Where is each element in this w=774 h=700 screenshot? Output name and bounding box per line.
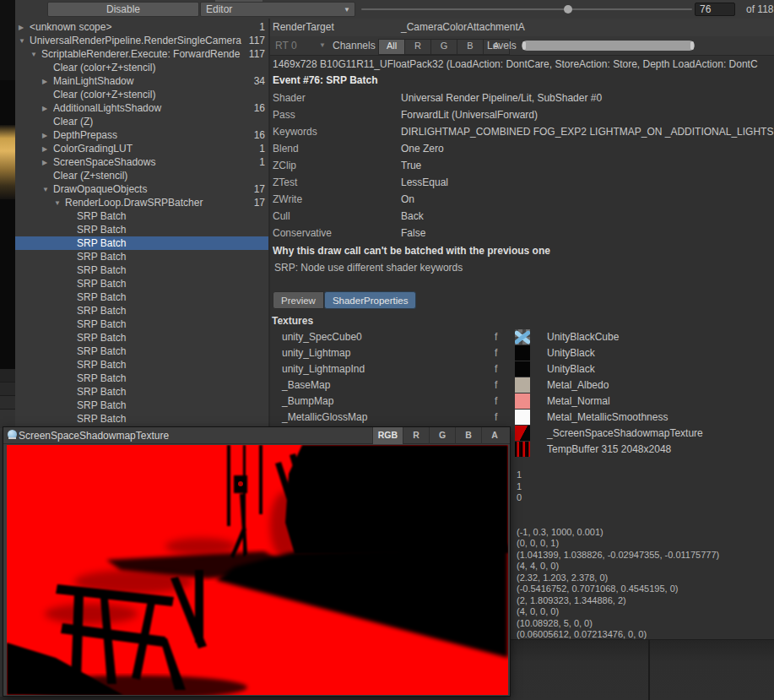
channel-all-button[interactable]: All xyxy=(379,40,405,54)
texture-property-name: _BumpMap xyxy=(282,395,333,407)
tree-row[interactable]: SRP Batch xyxy=(15,345,268,358)
texture-row[interactable]: _MetallicGlossMapfMetal_MetallicSmoothne… xyxy=(270,410,774,426)
tree-row-label: DepthPrepass xyxy=(53,129,254,141)
texture-thumbnail xyxy=(515,377,530,393)
tree-row[interactable]: ▼ScriptableRenderer.Execute: ForwardRend… xyxy=(15,47,268,61)
tree-row[interactable]: ▶<unknown scope>1 xyxy=(15,20,268,34)
tree-row-label: ScriptableRenderer.Execute: ForwardRende xyxy=(41,48,249,60)
tree-row[interactable]: SRP Batch xyxy=(15,399,268,412)
tree-row-label: DrawOpaqueObjects xyxy=(53,183,254,195)
tree-row[interactable]: SRP Batch xyxy=(15,290,268,304)
levels-max-handle[interactable] xyxy=(690,41,694,50)
tree-row-label: SRP Batch xyxy=(77,264,265,276)
property-value-line: 1 xyxy=(517,481,719,493)
texture-stage-flag: f xyxy=(495,331,497,343)
foldout-closed-icon[interactable]: ▶ xyxy=(42,145,53,153)
texture-property-name: _MetallicGlossMap xyxy=(282,411,367,423)
tree-row[interactable]: SRP Batch xyxy=(15,209,268,223)
target-select-dropdown[interactable]: Editor ▼ xyxy=(200,2,355,17)
foldout-open-icon[interactable]: ▼ xyxy=(19,37,30,45)
tree-row[interactable]: ▶DepthPrepass16 xyxy=(15,128,268,142)
tree-row[interactable]: SRP Batch xyxy=(15,250,268,263)
tree-row-label: SRP Batch xyxy=(77,278,265,290)
tree-row[interactable]: SRP Batch xyxy=(15,331,268,345)
detail-tabs: Preview ShaderProperties xyxy=(273,291,416,309)
shader-state-value: Universal Render Pipeline/Lit, SubShader… xyxy=(401,92,774,104)
texture-asset-name: UnityBlackCube xyxy=(547,331,619,343)
foldout-closed-icon[interactable]: ▶ xyxy=(42,159,53,166)
tree-row[interactable]: SRP Batch xyxy=(15,372,268,385)
foldout-closed-icon[interactable]: ▶ xyxy=(42,78,53,85)
tree-row[interactable]: ▶ColorGradingLUT1 xyxy=(15,142,268,155)
tree-row[interactable]: SRP Batch xyxy=(15,236,268,250)
property-value-line: (-1, 0.3, 1000, 0.001) xyxy=(517,527,719,539)
render-target-value: _CameraColorAttachmentA xyxy=(401,21,525,33)
tree-row[interactable]: SRP Batch xyxy=(15,358,268,372)
channel-g-button[interactable]: G xyxy=(431,40,457,54)
texture-row[interactable]: unity_SpecCube0fUnityBlackCube xyxy=(270,329,774,345)
disable-button[interactable]: Disable xyxy=(47,2,199,17)
tree-row[interactable]: Clear (color+Z+stencil) xyxy=(15,88,268,101)
shader-state-value: One Zero xyxy=(401,143,774,155)
foldout-open-icon[interactable]: ▼ xyxy=(54,199,65,207)
tab-preview[interactable]: Preview xyxy=(273,291,324,309)
texture-row[interactable]: _BumpMapfMetal_Normal xyxy=(270,393,774,410)
levels-range-slider[interactable] xyxy=(522,41,695,51)
foldout-open-icon[interactable]: ▼ xyxy=(30,51,41,58)
tree-row[interactable]: ▶AdditionalLightsShadow16 xyxy=(15,101,268,115)
event-slider[interactable] xyxy=(361,8,692,10)
tree-row[interactable]: SRP Batch xyxy=(15,412,268,426)
shadowmap-render xyxy=(7,445,508,695)
shadowmap-texture-image xyxy=(7,445,508,695)
tree-row[interactable]: SRP Batch xyxy=(15,385,268,399)
tab-shader-properties[interactable]: ShaderProperties xyxy=(324,291,417,309)
tree-row[interactable]: ▼DrawOpaqueObjects17 xyxy=(15,182,268,196)
levels-label: Levels xyxy=(487,40,517,52)
channel-r-button[interactable]: R xyxy=(405,40,431,54)
textures-heading: Textures xyxy=(272,315,313,327)
foldout-closed-icon[interactable]: ▶ xyxy=(42,105,53,112)
render-target-options-row: RT 0 ▼ Channels AllRGBA Levels xyxy=(270,36,774,56)
target-select-label: Editor xyxy=(206,3,232,15)
foldout-open-icon[interactable]: ▼ xyxy=(42,186,53,193)
preview-channel-rgb-button[interactable]: RGB xyxy=(372,427,403,444)
event-slider-handle[interactable] xyxy=(564,5,572,14)
shader-state-label: Blend xyxy=(273,143,299,155)
tree-row-label: Clear (color+Z+stencil) xyxy=(53,62,265,73)
rt-index-dropdown[interactable]: RT 0 ▼ xyxy=(273,39,327,52)
unity-frame-debugger: { "colors":{"selection":"#3d6091","tab_a… xyxy=(0,0,774,700)
tree-row[interactable]: ▼UniversalRenderPipeline.RenderSingleCam… xyxy=(15,34,268,47)
tree-row[interactable]: ▶MainLightShadow34 xyxy=(15,74,268,88)
tree-row[interactable]: SRP Batch xyxy=(15,317,268,331)
tree-row[interactable]: SRP Batch xyxy=(15,304,268,317)
channel-b-button[interactable]: B xyxy=(457,40,484,54)
tree-row[interactable]: Clear (Z) xyxy=(15,115,268,128)
tree-row[interactable]: ▼RenderLoop.DrawSRPBatcher17 xyxy=(15,196,268,209)
texture-preview-header[interactable]: ScreenSpaceShadowmapTexture RGBRGBA xyxy=(3,427,510,444)
preview-channel-b-button[interactable]: B xyxy=(455,427,481,444)
preview-channel-g-button[interactable]: G xyxy=(429,427,455,444)
tree-row-label: ColorGradingLUT xyxy=(53,143,259,155)
property-value-line: (4, 4, 0, 0) xyxy=(517,561,719,572)
foldout-closed-icon[interactable]: ▶ xyxy=(19,24,30,31)
texture-row[interactable]: unity_LightmapIndfUnityBlack xyxy=(270,361,774,377)
texture-row[interactable]: unity_LightmapfUnityBlack xyxy=(270,345,774,361)
foldout-closed-icon[interactable]: ▶ xyxy=(42,132,53,139)
channels-label: Channels xyxy=(333,40,376,52)
tree-row[interactable]: SRP Batch xyxy=(15,277,268,290)
preview-channel-a-button[interactable]: A xyxy=(481,427,507,444)
levels-min-handle[interactable] xyxy=(522,41,526,50)
tree-row-label: SRP Batch xyxy=(77,251,265,263)
preview-channel-r-button[interactable]: R xyxy=(403,427,429,444)
tree-row-label: SRP Batch xyxy=(77,291,265,303)
shader-state-label: Keywords xyxy=(273,126,317,138)
tree-row[interactable]: SRP Batch xyxy=(15,263,268,277)
tree-row-label: Clear (Z+stencil) xyxy=(53,170,265,182)
texture-title-underscore xyxy=(8,437,16,439)
tree-row[interactable]: SRP Batch xyxy=(15,223,268,236)
tree-row[interactable]: Clear (color+Z+stencil) xyxy=(15,61,268,74)
texture-row[interactable]: _BaseMapfMetal_Albedo xyxy=(270,377,774,393)
tree-row[interactable]: ▶ScreenSpaceShadows1 xyxy=(15,155,268,169)
tree-row[interactable]: Clear (Z+stencil) xyxy=(15,169,268,182)
event-number-field[interactable] xyxy=(695,3,735,16)
